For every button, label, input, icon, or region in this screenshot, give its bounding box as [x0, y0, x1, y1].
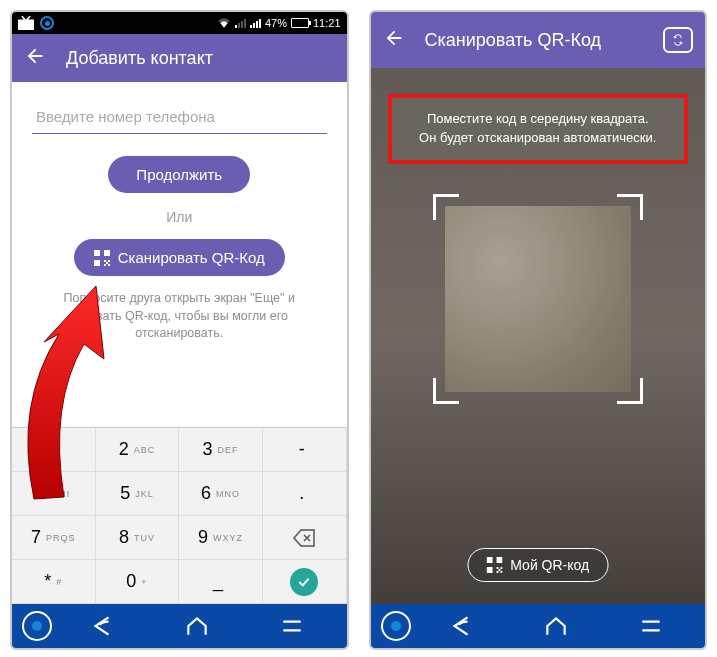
my-qr-label: Мой QR-код	[510, 557, 589, 573]
teamviewer-nav-icon[interactable]	[381, 611, 411, 641]
system-nav-bar	[12, 604, 347, 648]
key-3[interactable]: 3DEF	[179, 428, 263, 472]
signal-bars-1-icon	[235, 18, 246, 28]
phone-left: 47% 11:21 Добавить контакт Продолжить Ил…	[10, 10, 349, 650]
key-done[interactable]	[263, 560, 347, 604]
key-dot[interactable]: .	[263, 472, 347, 516]
switch-camera-button[interactable]	[663, 27, 693, 53]
key-9[interactable]: 9WXYZ	[179, 516, 263, 560]
qr-icon	[486, 557, 502, 573]
key-minus[interactable]: -	[263, 428, 347, 472]
scan-frame	[433, 194, 643, 404]
scan-instruction-highlight: Поместите код в середину квадрата. Он бу…	[388, 94, 688, 164]
key-2[interactable]: 2ABC	[96, 428, 180, 472]
instruction-line-1: Поместите код в середину квадрата.	[402, 110, 674, 129]
svg-rect-15	[498, 569, 500, 571]
nav-back-button[interactable]	[417, 613, 506, 639]
svg-rect-13	[496, 571, 498, 573]
svg-rect-0	[94, 250, 100, 256]
svg-rect-7	[106, 262, 108, 264]
notification-icon	[18, 16, 34, 30]
battery-percent: 47%	[265, 17, 287, 29]
scan-qr-label: Сканировать QR-Код	[118, 249, 265, 266]
key-0[interactable]: 0+	[96, 560, 180, 604]
scan-qr-button[interactable]: Сканировать QR-Код	[74, 239, 285, 276]
key-1[interactable]: 1	[12, 428, 96, 472]
svg-rect-8	[486, 557, 492, 563]
back-icon[interactable]	[24, 45, 46, 72]
status-bar: 47% 11:21	[12, 12, 347, 34]
svg-rect-10	[486, 567, 492, 573]
teamviewer-nav-icon[interactable]	[22, 611, 52, 641]
svg-rect-11	[496, 567, 498, 569]
app-title-right: Сканировать QR-Код	[425, 30, 602, 51]
svg-rect-12	[500, 567, 502, 569]
nav-recent-button[interactable]	[606, 613, 695, 639]
system-nav-bar	[371, 604, 706, 648]
checkmark-icon	[290, 568, 318, 596]
key-backspace[interactable]	[263, 516, 347, 560]
svg-rect-4	[108, 260, 110, 262]
phone-right: Сканировать QR-Код Поместите код в серед…	[369, 10, 708, 650]
svg-rect-1	[104, 250, 110, 256]
svg-rect-3	[104, 260, 106, 262]
phone-number-input[interactable]	[32, 100, 327, 134]
frame-corner-bl	[433, 378, 459, 404]
key-8[interactable]: 8TUV	[96, 516, 180, 560]
camera-viewfinder: Поместите код в середину квадрата. Он бу…	[371, 68, 706, 604]
back-icon[interactable]	[383, 27, 405, 54]
nav-recent-button[interactable]	[248, 613, 337, 639]
signal-bars-2-icon	[250, 18, 261, 28]
nav-back-button[interactable]	[58, 613, 147, 639]
nav-home-button[interactable]	[511, 613, 600, 639]
teamviewer-status-icon	[40, 16, 54, 30]
camera-preview-tile	[445, 206, 631, 392]
app-title-left: Добавить контакт	[66, 48, 213, 69]
wifi-icon	[217, 18, 231, 28]
battery-icon	[291, 18, 309, 28]
svg-rect-2	[94, 260, 100, 266]
frame-corner-tr	[617, 194, 643, 220]
or-label: Или	[166, 209, 192, 225]
add-contact-content: Продолжить Или Сканировать QR-Код Попрос…	[12, 82, 347, 427]
numeric-keypad: 1 2ABC 3DEF - 4GHI 5JKL 6MNO . 7PRQS 8TU…	[12, 427, 347, 604]
app-bar-left: Добавить контакт	[12, 34, 347, 82]
svg-rect-6	[108, 264, 110, 266]
key-7[interactable]: 7PRQS	[12, 516, 96, 560]
app-bar-right: Сканировать QR-Код	[371, 12, 706, 68]
key-5[interactable]: 5JKL	[96, 472, 180, 516]
key-6[interactable]: 6MNO	[179, 472, 263, 516]
frame-corner-br	[617, 378, 643, 404]
frame-corner-tl	[433, 194, 459, 220]
key-star[interactable]: *#	[12, 560, 96, 604]
key-4[interactable]: 4GHI	[12, 472, 96, 516]
svg-rect-14	[500, 571, 502, 573]
help-text: Попросите друга открыть экран "Еще" и по…	[32, 290, 327, 343]
my-qr-button[interactable]: Мой QR-код	[467, 548, 608, 582]
continue-button[interactable]: Продолжить	[108, 156, 250, 193]
instruction-line-2: Он будет отсканирован автоматически.	[402, 129, 674, 148]
svg-rect-5	[104, 264, 106, 266]
nav-home-button[interactable]	[153, 613, 242, 639]
clock: 11:21	[313, 17, 341, 29]
svg-rect-9	[496, 557, 502, 563]
key-underscore[interactable]: _	[179, 560, 263, 604]
qr-icon	[94, 250, 110, 266]
